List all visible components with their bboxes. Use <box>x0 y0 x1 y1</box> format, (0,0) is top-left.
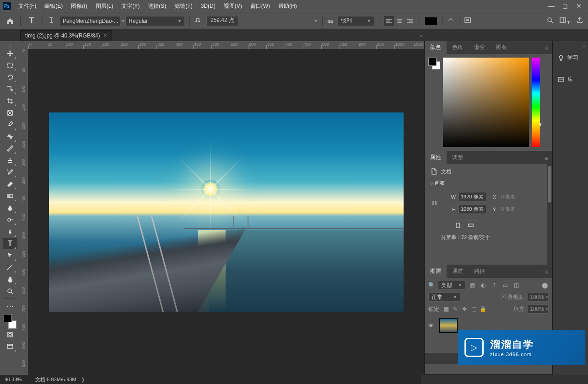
width-input[interactable]: 1920 像素 <box>459 192 487 202</box>
crop-tool[interactable] <box>3 96 17 107</box>
tab-patterns[interactable]: 图案 <box>491 41 512 54</box>
lock-all-icon[interactable]: 🔒 <box>479 305 486 313</box>
frame-tool[interactable] <box>3 107 17 118</box>
close-icon[interactable]: × <box>104 32 107 39</box>
tab-adjustments[interactable]: 调整 <box>447 151 469 164</box>
menu-file[interactable]: 文件(F) <box>15 1 40 11</box>
fill-input[interactable]: 100%▼ <box>528 304 549 314</box>
expand-tools-button[interactable]: » <box>9 44 11 48</box>
height-input[interactable]: 1080 像素 <box>459 204 487 214</box>
chevron-right-icon[interactable]: ❯ <box>81 377 85 382</box>
filter-smart-icon[interactable]: ◫ <box>512 281 520 289</box>
search-icon[interactable]: 🔍 <box>428 282 435 288</box>
lasso-tool[interactable] <box>3 72 17 83</box>
edit-toolbar-button[interactable]: ⋯ <box>3 301 17 312</box>
portrait-button[interactable] <box>453 220 463 230</box>
gradient-tool[interactable] <box>3 191 17 202</box>
quick-select-tool[interactable] <box>3 84 17 95</box>
menu-3d[interactable]: 3D(D) <box>197 1 219 11</box>
layer-thumbnail[interactable] <box>439 318 458 333</box>
filter-type-icon[interactable]: T <box>490 281 498 289</box>
panel-menu-button[interactable]: ≡ <box>540 42 552 54</box>
heal-tool[interactable] <box>3 131 17 142</box>
hue-slider[interactable] <box>532 58 540 147</box>
share-button[interactable] <box>576 16 583 25</box>
eyedropper-tool[interactable] <box>3 119 17 130</box>
menu-view[interactable]: 视图(V) <box>220 1 246 11</box>
move-tool[interactable] <box>3 48 17 59</box>
menu-select[interactable]: 选择(S) <box>144 1 170 11</box>
zoom-tool[interactable] <box>3 286 17 297</box>
maximize-button[interactable]: ◻ <box>559 1 572 11</box>
text-orientation-button[interactable] <box>48 16 55 25</box>
home-button[interactable] <box>5 16 16 27</box>
libraries-panel-tab[interactable]: 库 <box>553 72 588 87</box>
color-fg-bg[interactable] <box>428 58 440 69</box>
fg-color-swatch[interactable] <box>428 58 437 66</box>
landscape-button[interactable] <box>466 220 476 230</box>
font-family-select[interactable]: PangMenZhengDao-... ▼ <box>59 16 121 26</box>
hand-tool[interactable] <box>3 274 17 285</box>
text-color-swatch[interactable] <box>425 17 437 25</box>
blur-tool[interactable] <box>3 203 17 213</box>
ruler-horizontal[interactable]: 0501001502002503003504004505005506006507… <box>28 41 424 49</box>
dodge-tool[interactable] <box>3 214 17 225</box>
document-tab[interactable]: timg (2).jpg @ 40.3%(RGB/8#) × <box>20 30 112 41</box>
tab-gradients[interactable]: 渐变 <box>469 41 491 54</box>
pen-tool[interactable] <box>3 226 17 237</box>
antialias-select[interactable]: 锐利 ▼ <box>338 16 374 26</box>
history-brush-tool[interactable] <box>3 167 17 178</box>
hue-pointer[interactable] <box>539 123 541 126</box>
align-center-button[interactable] <box>394 16 405 26</box>
menu-window[interactable]: 窗口(W) <box>247 1 274 11</box>
warp-text-button[interactable] <box>447 16 454 25</box>
menu-image[interactable]: 图像(I) <box>67 1 91 11</box>
shape-tool[interactable] <box>3 262 17 273</box>
ruler-vertical[interactable]: 0501001502002503003504004505005506006507… <box>20 49 28 375</box>
zoom-level[interactable]: 40.33% <box>5 377 22 382</box>
link-dimensions-icon[interactable]: ⛓ <box>430 200 438 206</box>
stamp-tool[interactable] <box>3 155 17 166</box>
canvas-area[interactable]: 0501001502002503003504004505005506006507… <box>20 41 424 375</box>
lock-position-icon[interactable]: ✥ <box>461 305 468 313</box>
panel-menu-button[interactable]: ≡ <box>540 152 552 164</box>
menu-edit[interactable]: 编辑(E) <box>41 1 66 11</box>
quick-mask-button[interactable] <box>3 329 17 340</box>
menu-layer[interactable]: 图层(L) <box>92 1 117 11</box>
workspace-button[interactable]: ▼ <box>559 16 571 25</box>
canvas-viewport[interactable] <box>28 49 424 375</box>
learn-panel-tab[interactable]: 学习 <box>553 50 588 65</box>
screen-mode-button[interactable] <box>3 341 17 352</box>
scrollbar-thumb[interactable] <box>548 166 551 203</box>
chevron-down-icon[interactable]: ▼ <box>313 19 318 23</box>
type-tool-indicator[interactable]: T <box>25 16 38 26</box>
lock-artboard-icon[interactable]: ⬚ <box>470 305 477 313</box>
foreground-background-colors[interactable] <box>3 314 17 329</box>
tab-paths[interactable]: 路径 <box>469 265 491 278</box>
lock-pixels-icon[interactable]: ✎ <box>452 305 459 313</box>
align-left-button[interactable] <box>384 16 394 26</box>
tab-layers[interactable]: 图层 <box>425 265 447 278</box>
font-style-select[interactable]: Regular ▼ <box>125 16 185 26</box>
menu-filter[interactable]: 滤镜(T) <box>171 1 196 11</box>
tab-color[interactable]: 颜色 <box>425 41 447 54</box>
filter-shape-icon[interactable]: ▭ <box>501 281 509 289</box>
document-canvas[interactable] <box>49 112 404 312</box>
tab-swatches[interactable]: 色板 <box>447 41 469 54</box>
align-right-button[interactable] <box>405 16 415 26</box>
expand-panels-button[interactable]: » <box>418 31 425 40</box>
collapse-button[interactable]: » <box>553 44 588 50</box>
color-field[interactable] <box>443 58 529 147</box>
filter-pixel-icon[interactable]: ▦ <box>468 281 476 289</box>
type-tool[interactable]: T <box>3 238 17 249</box>
character-panel-button[interactable] <box>464 16 471 25</box>
marquee-tool[interactable] <box>3 60 17 71</box>
foreground-color[interactable] <box>4 314 12 322</box>
filter-type-select[interactable]: 类型▼ <box>438 281 465 290</box>
filter-adjust-icon[interactable]: ◐ <box>479 281 487 289</box>
eraser-tool[interactable] <box>3 179 17 190</box>
tab-properties[interactable]: 属性 <box>425 151 447 164</box>
font-size-input[interactable]: 259.42 点 <box>206 16 238 26</box>
tab-channels[interactable]: 通道 <box>447 265 469 278</box>
visibility-icon[interactable]: 👁 <box>428 322 436 329</box>
